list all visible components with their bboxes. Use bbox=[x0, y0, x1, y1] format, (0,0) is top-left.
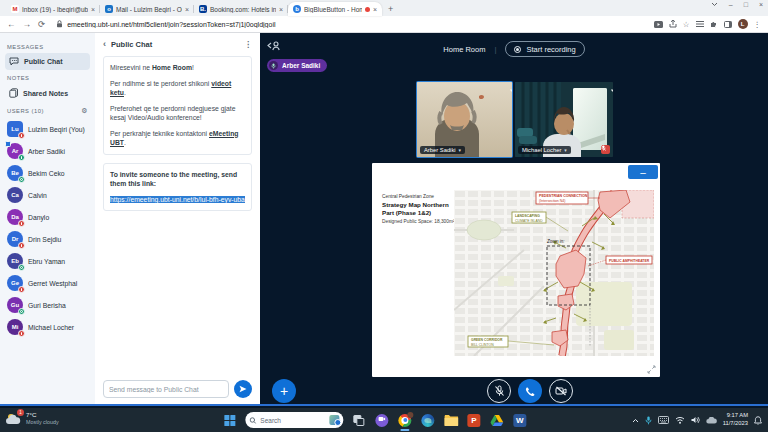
chat-text: Preferohet qe te perdorni ndegjuese gjat… bbox=[110, 105, 235, 122]
user-list-item[interactable]: LuLulzim Beqiri (You) bbox=[5, 118, 90, 140]
actions-plus-button[interactable]: + bbox=[272, 379, 296, 403]
mic-in-use-icon[interactable] bbox=[645, 416, 652, 425]
svg-text:PEDESTRIAN CONNECTION: PEDESTRIAN CONNECTION bbox=[539, 194, 588, 198]
user-list-item[interactable]: DaDanylo bbox=[5, 206, 90, 228]
presentation-fullscreen-icon[interactable] bbox=[647, 365, 656, 374]
tab-close-icon[interactable]: × bbox=[279, 6, 283, 13]
start-button[interactable] bbox=[222, 413, 237, 428]
sidebar-item-shared-notes[interactable]: Shared Notes bbox=[5, 84, 90, 102]
manage-users-gear-icon[interactable]: ⚙ bbox=[81, 107, 88, 115]
user-list-item[interactable]: GuGuri Berisha bbox=[5, 294, 90, 316]
sidebar-item-public-chat[interactable]: Public Chat bbox=[5, 53, 90, 70]
user-list-item[interactable]: MiMichael Locher bbox=[5, 316, 90, 338]
tab-close-icon[interactable]: × bbox=[185, 6, 189, 13]
invite-link-selected[interactable]: https://emeeting.ubt-uni.net/b/lul-bfh-e… bbox=[110, 196, 245, 203]
webcam-name-label[interactable]: Michael Locher▾ bbox=[518, 146, 571, 154]
onedrive-cloud-icon[interactable] bbox=[706, 417, 717, 424]
padlock-icon bbox=[56, 20, 63, 28]
file-explorer-icon[interactable] bbox=[443, 413, 458, 428]
powerpoint-icon[interactable]: P bbox=[466, 413, 481, 428]
notifications-bell-icon[interactable] bbox=[754, 416, 762, 425]
chat-options-icon[interactable]: ⋮ bbox=[244, 40, 252, 49]
browser-toolbar: ← → ⟳ emeeting.ubt-uni.net/html5client/j… bbox=[0, 16, 768, 33]
browser-tab[interactable]: oMail - Lulzim Beqiri - Outlook× bbox=[100, 2, 194, 16]
wifi-icon[interactable] bbox=[675, 416, 685, 424]
touch-keyboard-icon[interactable] bbox=[658, 416, 669, 424]
back-icon[interactable]: ← bbox=[7, 20, 16, 29]
task-view-button[interactable] bbox=[351, 413, 366, 428]
forward-icon[interactable]: → bbox=[23, 20, 32, 29]
clock-time: 9:17 AM bbox=[723, 412, 748, 420]
volume-icon[interactable] bbox=[691, 416, 700, 424]
browser-tab[interactable]: bBigBlueButton - Home Roo× bbox=[288, 2, 382, 16]
user-list-item[interactable]: ArArber Sadiki bbox=[5, 140, 90, 162]
chrome-taskbar-icon[interactable] bbox=[397, 413, 412, 428]
teams-chat-button[interactable] bbox=[374, 413, 389, 428]
webcam-grid: Arber Sadiki▾ bbox=[417, 82, 613, 157]
edge-taskbar-icon[interactable] bbox=[420, 413, 435, 428]
taskbar-weather-widget[interactable]: 1 7°C Mostly cloudy bbox=[6, 411, 59, 426]
browser-tab[interactable]: B.Booking.com: Hotels in Lübeck× bbox=[194, 2, 288, 16]
left-sidebar: MESSAGES Public Chat NOTES Shared Notes … bbox=[0, 33, 95, 404]
user-list-item[interactable]: CaCalvin bbox=[5, 184, 90, 206]
user-list-item[interactable]: GeGerret Westphal bbox=[5, 272, 90, 294]
svg-text:BILL CLINTON: BILL CLINTON bbox=[471, 343, 494, 347]
hidden-icons-chevron[interactable] bbox=[632, 418, 639, 423]
user-name: Danylo bbox=[28, 214, 49, 221]
user-avatar: Dr bbox=[7, 231, 23, 247]
media-controls-icon[interactable] bbox=[654, 21, 663, 28]
audio-on-badge-icon bbox=[18, 154, 25, 161]
user-list-item[interactable]: DrDrin Sejdiu bbox=[5, 228, 90, 250]
svg-text:(Intersection N4): (Intersection N4) bbox=[539, 199, 566, 203]
record-icon bbox=[514, 46, 521, 53]
new-tab-button[interactable]: + bbox=[388, 4, 393, 14]
tab-search-icon[interactable] bbox=[711, 2, 718, 7]
tab-title: Inbox (19) - lbeqiri@ubt-uni.ne bbox=[22, 6, 88, 13]
mic-muted-badge-icon bbox=[18, 286, 25, 293]
webcam-name-label[interactable]: Arber Sadiki▾ bbox=[420, 146, 465, 154]
minimize-presentation-button[interactable]: – bbox=[628, 165, 658, 179]
mic-muted-badge-icon bbox=[18, 132, 25, 139]
side-panel-icon[interactable] bbox=[724, 21, 732, 28]
user-list-item[interactable]: EbEbru Yaman bbox=[5, 250, 90, 272]
share-icon[interactable] bbox=[669, 20, 677, 28]
reading-list-icon[interactable] bbox=[696, 21, 704, 28]
user-list-item[interactable]: BeBekim Ceko bbox=[5, 162, 90, 184]
taskbar-clock[interactable]: 9:17 AM 11/7/2023 bbox=[723, 412, 748, 428]
presentation-area[interactable]: – Central Pedestrian Zone Strategy Map N… bbox=[372, 163, 660, 377]
webcam-michael[interactable]: Michael Locher▾ bbox=[515, 82, 613, 157]
slide-title: Strategy Map Northern Part (Phase 1&2) bbox=[382, 201, 458, 217]
profile-avatar[interactable]: L bbox=[738, 19, 748, 29]
shared-notes-icon bbox=[9, 88, 18, 98]
reload-icon[interactable]: ⟳ bbox=[38, 20, 45, 29]
notes-header: NOTES bbox=[7, 75, 88, 81]
mute-microphone-button[interactable] bbox=[487, 379, 511, 403]
user-avatar: Ca bbox=[7, 187, 23, 203]
chat-back-icon[interactable]: ‹ bbox=[103, 39, 106, 49]
minimize-window-button[interactable]: – bbox=[729, 1, 733, 8]
room-header: Home Room | Start recording bbox=[260, 41, 768, 57]
chat-message-line: Per ndihme si te perdoret shikoni videot… bbox=[110, 79, 245, 98]
chat-header: ‹ Public Chat ⋮ bbox=[103, 39, 252, 49]
word-icon[interactable]: W bbox=[512, 413, 527, 428]
user-name: Drin Sejdiu bbox=[28, 236, 61, 243]
search-label: Search bbox=[260, 417, 325, 424]
tab-close-icon[interactable]: × bbox=[373, 6, 377, 13]
taskbar-search[interactable]: Search bbox=[245, 412, 343, 428]
maximize-window-button[interactable]: □ bbox=[744, 1, 748, 8]
google-drive-icon[interactable] bbox=[489, 413, 504, 428]
send-message-button[interactable] bbox=[234, 380, 252, 398]
browser-menu-icon[interactable]: ⋮ bbox=[754, 20, 762, 29]
start-recording-button[interactable]: Start recording bbox=[505, 41, 584, 57]
address-bar[interactable]: emeeting.ubt-uni.net/html5client/join?se… bbox=[52, 18, 647, 31]
tab-close-icon[interactable]: × bbox=[91, 6, 95, 13]
share-webcam-button[interactable] bbox=[549, 379, 573, 403]
close-window-button[interactable]: × bbox=[759, 1, 763, 8]
chat-message-input[interactable] bbox=[103, 380, 229, 398]
bookmark-star-icon[interactable]: ☆ bbox=[683, 20, 690, 29]
leave-audio-button[interactable] bbox=[518, 379, 542, 403]
browser-tab[interactable]: MInbox (19) - lbeqiri@ubt-uni.ne× bbox=[6, 2, 100, 16]
talker-indicator[interactable]: Arber Sadiki bbox=[267, 59, 327, 72]
extensions-icon[interactable] bbox=[710, 20, 718, 28]
webcam-arber[interactable]: Arber Sadiki▾ bbox=[417, 82, 512, 157]
